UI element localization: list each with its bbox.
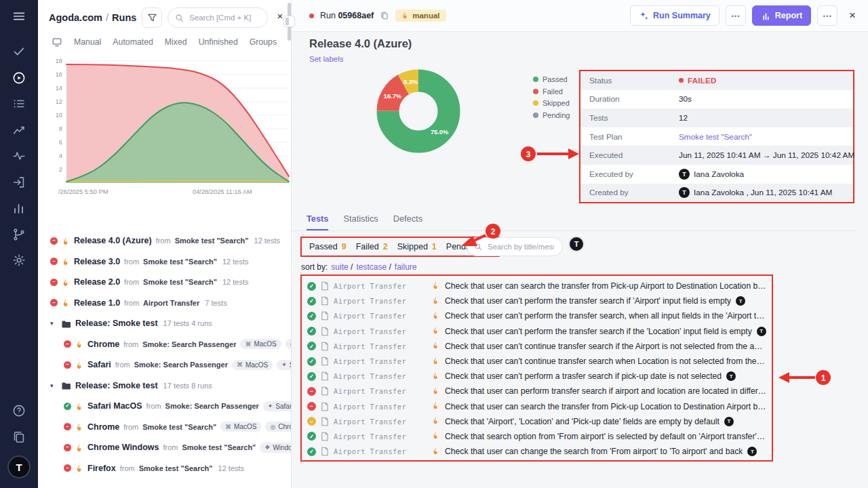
svg-text:12: 12 (56, 98, 62, 105)
test-row[interactable]: ✓ Airport Transfer Check that search opt… (302, 429, 772, 444)
run-list-item[interactable]: ▾ Release: Smoke test 17 tests 8 runs (38, 375, 291, 396)
status-filter-count: 1 (432, 242, 437, 251)
test-row[interactable]: ✓ Airport Transfer Check that user can't… (302, 369, 772, 384)
tests-search-input[interactable] (486, 242, 555, 251)
status-filter[interactable]: Failed 2 (356, 242, 388, 251)
run-list-item[interactable]: − Release 2.0 from Smoke test "Search" 1… (38, 272, 291, 293)
test-status-icon: − (307, 387, 316, 396)
breadcrumb-separator: / (105, 12, 109, 23)
status-filter[interactable]: Passed 9 (309, 242, 347, 251)
detail-tab[interactable]: Defects (393, 214, 422, 230)
info-row: Duration 30s (580, 90, 853, 109)
runs-filter-tab[interactable]: Mixed (165, 37, 187, 47)
runs-search-input[interactable] (188, 13, 260, 22)
menu-icon[interactable] (12, 9, 26, 24)
run-list-item[interactable]: − Release 4.0 (Azure) from Smoke test "S… (38, 230, 291, 251)
svg-text:2: 2 (59, 166, 62, 173)
run-list-item[interactable]: − Chrome Windows from Smoke test "Search… (38, 437, 291, 458)
run-list-item[interactable]: ▾ Release: Smoke test 17 tests 4 runs (38, 313, 291, 334)
view-icon[interactable] (52, 37, 62, 47)
donut-legend: Passed Failed Skipped Pending (533, 75, 570, 119)
runs-filter-tab[interactable]: Groups (250, 37, 277, 47)
sort-link[interactable]: testcase (356, 262, 387, 272)
bar-chart-icon (761, 11, 771, 21)
run-list-item[interactable]: − Safari from Smoke: Search Passenger ⌘M… (38, 354, 291, 375)
import-icon[interactable] (12, 175, 26, 190)
legend-item: Failed (533, 87, 570, 96)
test-row[interactable]: ✓ Airport Transfer Check that user can't… (302, 308, 772, 323)
filter-button[interactable] (142, 7, 162, 28)
user-avatar[interactable]: T (7, 455, 31, 479)
run-list-item[interactable]: ✓ Safari MacOS from Smoke: Search Passen… (38, 396, 291, 417)
chevron-down-icon[interactable]: ▾ (50, 382, 57, 389)
env-badge: ⌘MacOS (220, 422, 261, 432)
test-row[interactable]: ✓ Airport Transfer Check that user can't… (302, 324, 772, 339)
help-icon[interactable] (12, 403, 26, 418)
detail-tab[interactable]: Statistics (343, 214, 378, 230)
svg-text:6: 6 (59, 139, 62, 146)
flame-icon (401, 12, 409, 20)
test-suite: Airport Transfer (334, 372, 427, 380)
test-row[interactable]: − Airport Transfer Check that 'Airport',… (302, 414, 772, 429)
test-row[interactable]: ✓ Airport Transfer Check that user can s… (302, 279, 772, 293)
branches-icon[interactable] (12, 227, 26, 242)
activity-icon[interactable] (12, 148, 26, 163)
tests-icon[interactable] (12, 44, 26, 59)
breadcrumb-project[interactable]: Agoda.com (49, 12, 102, 23)
run-list-item[interactable]: − Release 3.0 from Smoke test "Search" 1… (38, 251, 291, 272)
runs-filter-tab[interactable]: Unfinished (199, 37, 238, 47)
run-list-item[interactable]: − Firefox from Smoke test "Search" 12 te… (38, 458, 291, 479)
status-filter[interactable]: Skipped 1 (397, 242, 437, 251)
runs-filter-tabs: ManualAutomatedMixedUnfinishedGroups (38, 32, 291, 54)
test-row[interactable]: ✓ Airport Transfer Check that user can't… (302, 354, 772, 369)
runs-filter-tab[interactable]: Automated (113, 37, 153, 47)
test-row[interactable]: ✓ Airport Transfer Check that user can't… (302, 339, 772, 354)
report-button[interactable]: Report (752, 5, 811, 26)
more-button-secondary[interactable]: ⋯ (817, 5, 837, 26)
test-row[interactable]: ✓ Airport Transfer Check that user can c… (302, 444, 772, 459)
suites-icon[interactable] (12, 96, 26, 111)
sort-options: suite /testcase /failure (331, 262, 416, 272)
run-name: Release: Smoke test (75, 381, 158, 390)
test-title: Check that user can't continue transfer … (445, 357, 766, 366)
runs-filter-tab[interactable]: Manual (74, 37, 101, 47)
test-suite: Airport Transfer (334, 357, 427, 365)
reports-icon[interactable] (12, 201, 26, 216)
runs-icon[interactable] (12, 70, 26, 85)
info-value-text: Iana Zavoloka (694, 169, 744, 179)
close-run-button[interactable]: × (846, 9, 859, 22)
detail-tab[interactable]: Tests (307, 214, 328, 230)
run-source: Smoke test "Search" (143, 258, 217, 266)
run-list-item[interactable]: − Release 1.0 from Airport Transfer 7 te… (38, 293, 291, 314)
run-meta: 12 tests (218, 464, 245, 472)
test-row[interactable]: ✓ Airport Transfer Check that user can't… (302, 293, 772, 308)
test-row[interactable]: − Airport Transfer Check that user can p… (302, 384, 772, 399)
flame-icon (432, 432, 440, 441)
flame-icon (75, 340, 83, 348)
set-labels-link[interactable]: Set labels (309, 55, 344, 63)
assignee-filter-avatar[interactable]: T (568, 236, 585, 252)
info-value: 30s (679, 94, 692, 104)
run-list-item[interactable]: − Chrome from Smoke: Search Passenger ⌘M… (38, 334, 291, 355)
sort-link[interactable]: failure (395, 262, 417, 272)
sort-link[interactable]: suite (331, 262, 348, 272)
settings-gear-icon[interactable] (12, 253, 26, 268)
more-button[interactable]: ⋯ (726, 5, 746, 26)
analytics-icon[interactable] (12, 123, 26, 138)
env-badge: ❖Windows (260, 443, 291, 453)
run-name: Chrome (87, 340, 119, 349)
panel-toggle-button[interactable] (283, 16, 295, 27)
run-name: Release: Smoke test (75, 319, 158, 328)
run-status-icon: ✓ (64, 403, 71, 410)
flame-icon (62, 257, 70, 266)
copy-icon[interactable] (380, 11, 389, 20)
run-id: Run 05968aef (320, 11, 374, 20)
docs-copy-icon[interactable] (12, 430, 26, 445)
chevron-down-icon[interactable]: ▾ (50, 320, 57, 327)
folder-icon (61, 381, 71, 390)
testcase-doc-icon (321, 417, 329, 426)
test-row[interactable]: − Airport Transfer Check that user can s… (302, 399, 772, 414)
legend-label: Failed (542, 87, 563, 96)
run-summary-button[interactable]: Run Summary (630, 5, 719, 26)
run-list-item[interactable]: − Chrome from Smoke test "Search" ⌘MacOS… (38, 417, 291, 438)
